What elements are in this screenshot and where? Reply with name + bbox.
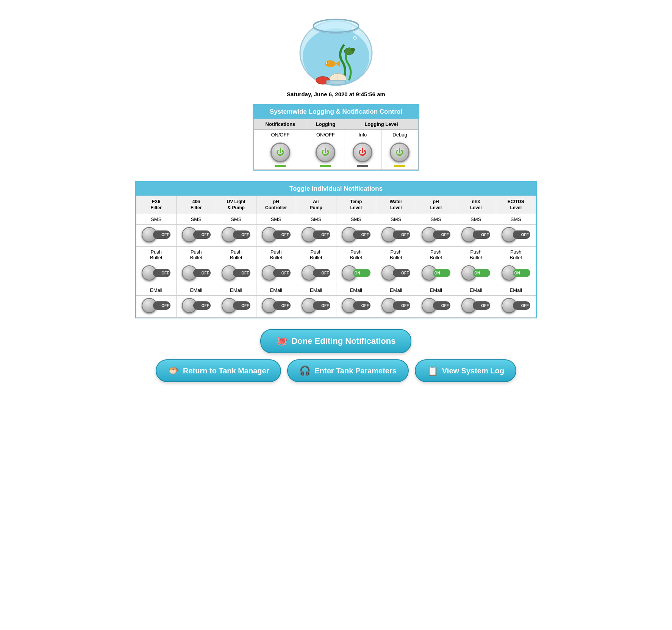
pushbullet-col2-cell[interactable]: OFF — [216, 263, 256, 285]
pushbullet-col4-toggle[interactable]: OFF — [300, 266, 331, 280]
email-col0-toggle[interactable]: OFF — [141, 299, 172, 312]
systemwide-panel: Systemwide Logging & Notification Contro… — [253, 104, 419, 171]
email-col9-track: OFF — [513, 301, 530, 310]
sms-col5-track: OFF — [353, 230, 370, 239]
sms-col0-label: SMS — [136, 214, 177, 225]
email-col6-toggle[interactable]: OFF — [380, 299, 411, 312]
action-buttons-area: 🐙 Done Editing Notifications 🐡 Return to… — [156, 329, 516, 382]
svg-point-7 — [327, 63, 328, 64]
email-col9-cell[interactable]: OFF — [496, 296, 536, 318]
email-col4-label: EMail — [296, 285, 336, 296]
email-col5-toggle[interactable]: OFF — [341, 299, 372, 312]
info-label: Info — [344, 130, 381, 140]
email-col7-toggle[interactable]: OFF — [420, 299, 452, 312]
pushbullet-col0-toggle[interactable]: OFF — [141, 266, 172, 280]
email-col7-track: OFF — [433, 301, 450, 310]
sms-col1-cell[interactable]: OFF — [176, 225, 216, 247]
pushbullet-col7-toggle[interactable]: ON — [420, 266, 452, 280]
sms-col2-toggle[interactable]: OFF — [220, 228, 252, 241]
sms-col9-toggle[interactable]: OFF — [500, 228, 531, 241]
sms-col0-cell[interactable]: OFF — [136, 225, 177, 247]
sms-col4-toggle[interactable]: OFF — [300, 228, 331, 241]
done-editing-button[interactable]: 🐙 Done Editing Notifications — [260, 329, 411, 353]
pushbullet-col1-cell[interactable]: OFF — [176, 263, 216, 285]
toggle-table: FX6Filter 406Filter UV Light& Pump pHCon… — [136, 196, 536, 318]
email-col7-cell[interactable]: OFF — [416, 296, 456, 318]
sms-col5-cell[interactable]: OFF — [336, 225, 376, 247]
email-col8-toggle[interactable]: OFF — [460, 299, 491, 312]
pushbullet-col2-track: OFF — [233, 269, 250, 277]
pushbullet-col0-cell[interactable]: OFF — [136, 263, 177, 285]
pushbullet-col4-cell[interactable]: OFF — [296, 263, 336, 285]
logging-power-btn[interactable] — [316, 143, 335, 162]
return-to-tank-label: Return to Tank Manager — [183, 367, 269, 375]
pushbullet-col9-cell[interactable]: ON — [496, 263, 536, 285]
enter-tank-params-button[interactable]: 🎧 Enter Tank Parameters — [287, 359, 408, 382]
sms-col3-toggle[interactable]: OFF — [261, 228, 292, 241]
return-to-tank-button[interactable]: 🐡 Return to Tank Manager — [156, 359, 281, 382]
pushbullet-col7-cell[interactable]: ON — [416, 263, 456, 285]
notif-indicator — [275, 165, 286, 167]
info-btn-cell[interactable] — [344, 140, 381, 170]
email-col3-track: OFF — [273, 301, 291, 310]
pushbullet-col9-label: PushBullet — [496, 247, 536, 263]
email-col3-cell[interactable]: OFF — [256, 296, 296, 318]
enter-tank-params-icon: 🎧 — [299, 365, 311, 376]
notif-btn-cell[interactable] — [254, 140, 307, 170]
sms-col0-toggle[interactable]: OFF — [141, 228, 172, 241]
email-col7-label: EMail — [416, 285, 456, 296]
notif-power-btn[interactable] — [270, 143, 290, 162]
debug-btn-cell[interactable] — [381, 140, 418, 170]
sms-col3-cell[interactable]: OFF — [256, 225, 296, 247]
sms-col6-cell[interactable]: OFF — [376, 225, 416, 247]
pushbullet-col3-cell[interactable]: OFF — [256, 263, 296, 285]
email-col8-cell[interactable]: OFF — [456, 296, 496, 318]
th-templevel: TempLevel — [336, 196, 376, 214]
pushbullet-col6-toggle[interactable]: OFF — [380, 266, 411, 280]
email-col2-cell[interactable]: OFF — [216, 296, 256, 318]
pushbullet-col8-toggle[interactable]: ON — [460, 266, 491, 280]
pushbullet-col1-label: PushBullet — [176, 247, 216, 263]
pushbullet-col5-cell[interactable]: ON — [336, 263, 376, 285]
email-col5-track: OFF — [353, 301, 370, 310]
email-col6-cell[interactable]: OFF — [376, 296, 416, 318]
email-col1-toggle[interactable]: OFF — [181, 299, 212, 312]
info-power-btn[interactable] — [353, 143, 372, 162]
pushbullet-col5-toggle[interactable]: ON — [341, 266, 372, 280]
pushbullet-col6-cell[interactable]: OFF — [376, 263, 416, 285]
sms-col2-track: OFF — [233, 230, 250, 239]
sms-col3-label: SMS — [256, 214, 296, 225]
pushbullet-col9-toggle[interactable]: ON — [500, 266, 531, 280]
pushbullet-col1-toggle[interactable]: OFF — [181, 266, 212, 280]
email-col9-toggle[interactable]: OFF — [500, 299, 531, 312]
pushbullet-col8-cell[interactable]: ON — [456, 263, 496, 285]
debug-power-btn[interactable] — [390, 143, 409, 162]
email-col1-cell[interactable]: OFF — [176, 296, 216, 318]
email-col3-toggle[interactable]: OFF — [261, 299, 292, 312]
sms-col6-toggle[interactable]: OFF — [380, 228, 411, 241]
sms-col1-label: SMS — [176, 214, 216, 225]
sms-col7-toggle[interactable]: OFF — [420, 228, 452, 241]
email-col2-toggle[interactable]: OFF — [220, 299, 252, 312]
sms-col1-toggle[interactable]: OFF — [181, 228, 212, 241]
pushbullet-col3-toggle[interactable]: OFF — [261, 266, 292, 280]
logging-btn-cell[interactable] — [307, 140, 344, 170]
email-col4-toggle[interactable]: OFF — [300, 299, 331, 312]
view-system-log-button[interactable]: 📋 View System Log — [415, 359, 516, 382]
sms-col2-cell[interactable]: OFF — [216, 225, 256, 247]
email-col4-cell[interactable]: OFF — [296, 296, 336, 318]
sms-col4-cell[interactable]: OFF — [296, 225, 336, 247]
sms-col9-cell[interactable]: OFF — [496, 225, 536, 247]
email-col8-label: EMail — [456, 285, 496, 296]
th-phlevel: pHLevel — [416, 196, 456, 214]
sms-col5-toggle[interactable]: OFF — [341, 228, 372, 241]
email-col0-cell[interactable]: OFF — [136, 296, 177, 318]
sms-col6-label: SMS — [376, 214, 416, 225]
sms-col8-cell[interactable]: OFF — [456, 225, 496, 247]
sms-col7-cell[interactable]: OFF — [416, 225, 456, 247]
th-nh3level: nh3Level — [456, 196, 496, 214]
email-col5-cell[interactable]: OFF — [336, 296, 376, 318]
email-col6-track: OFF — [393, 301, 410, 310]
pushbullet-col2-toggle[interactable]: OFF — [220, 266, 252, 280]
sms-col8-toggle[interactable]: OFF — [460, 228, 491, 241]
